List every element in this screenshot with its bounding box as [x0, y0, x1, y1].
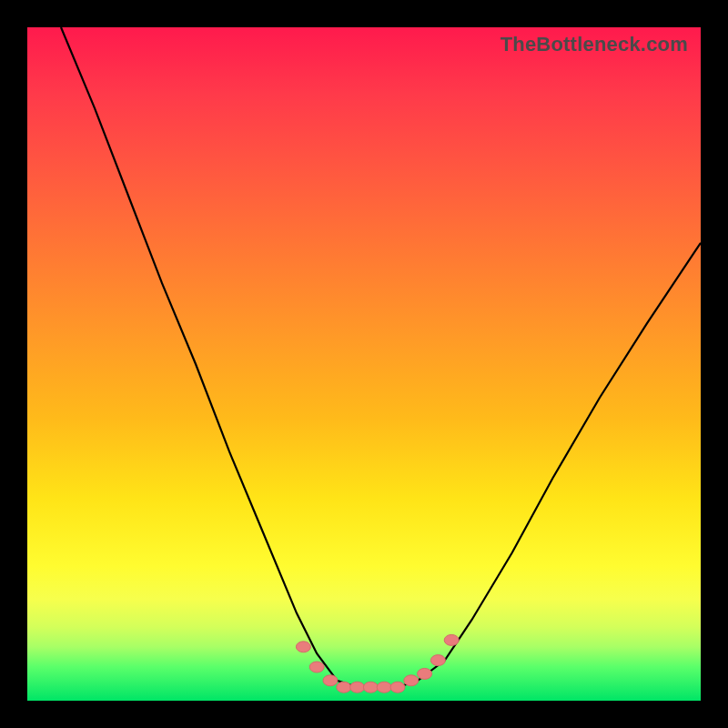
curve-marker — [418, 668, 432, 679]
curve-marker — [296, 642, 310, 652]
curve-marker — [390, 682, 405, 693]
bottleneck-curve — [61, 27, 701, 687]
chart-frame: TheBottleneck.com — [0, 0, 728, 728]
curve-marker — [377, 682, 391, 693]
curve-marker — [444, 634, 459, 645]
curve-marker — [350, 682, 365, 693]
curve-marker — [363, 682, 378, 693]
curve-marker — [337, 682, 351, 693]
plot-area: TheBottleneck.com — [27, 27, 701, 701]
curve-layer — [27, 27, 701, 701]
curve-marker — [323, 675, 338, 686]
curve-marker — [404, 675, 419, 686]
curve-marker — [309, 662, 324, 672]
marker-group — [296, 634, 459, 693]
curve-marker — [430, 655, 445, 666]
